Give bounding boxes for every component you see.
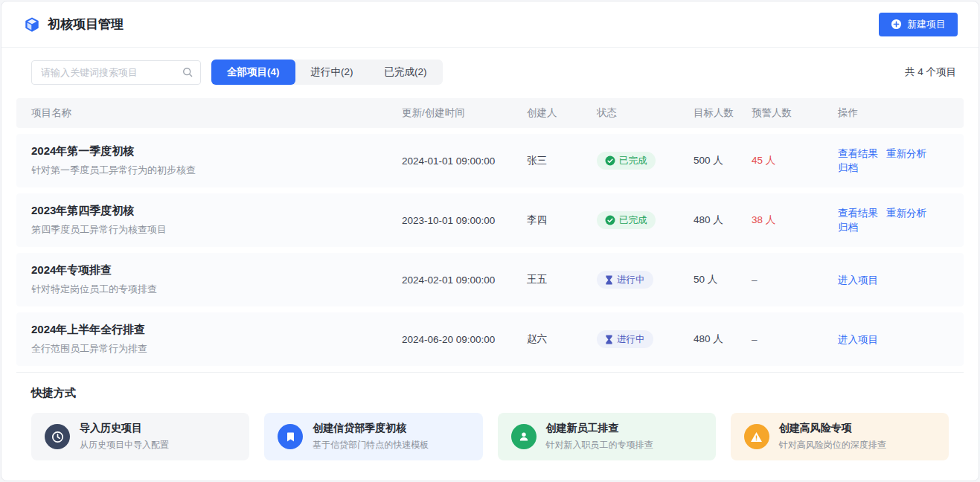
target-count: 480 人 bbox=[694, 213, 752, 227]
tab-completed[interactable]: 已完成(2) bbox=[369, 60, 443, 85]
project-name: 2023年第四季度初核 bbox=[31, 204, 402, 218]
project-time: 2024-06-20 09:00:00 bbox=[402, 334, 527, 345]
project-time: 2024-02-01 09:00:00 bbox=[402, 274, 527, 286]
status-label: 进行中 bbox=[617, 333, 645, 346]
project-time: 2024-01-01 09:00:00 bbox=[402, 155, 527, 167]
shortcut-high-risk-special[interactable]: 创建高风险专项 针对高风险岗位的深度排查 bbox=[731, 413, 949, 460]
plus-circle-icon bbox=[891, 19, 902, 30]
table-row: 2024年第一季度初核 针对第一季度员工异常行为的初步核查 2024-01-01… bbox=[16, 134, 964, 187]
shortcut-title: 创建信贷部季度初核 bbox=[313, 422, 429, 435]
warning-triangle-icon bbox=[744, 424, 769, 449]
archive-link[interactable]: 归档 bbox=[838, 222, 858, 233]
target-count: 480 人 bbox=[694, 332, 752, 346]
search-input[interactable] bbox=[31, 60, 201, 85]
toolbar: 全部项目(4) 进行中(2) 已完成(2) 共 4 个项目 bbox=[1, 48, 979, 95]
project-name: 2024年专项排查 bbox=[31, 263, 402, 277]
table-row: 2023年第四季度初核 第四季度员工异常行为核查项目 2023-10-01 09… bbox=[16, 193, 964, 247]
status-badge: 进行中 bbox=[597, 271, 653, 289]
project-name: 2024年上半年全行排查 bbox=[31, 323, 402, 337]
status-badge: 已完成 bbox=[597, 211, 656, 229]
table-row: 2024年专项排查 针对特定岗位员工的专项排查 2024-02-01 09:00… bbox=[16, 253, 964, 306]
project-creator: 赵六 bbox=[527, 332, 597, 346]
enter-project-link[interactable]: 进入项目 bbox=[838, 334, 878, 345]
shortcut-desc: 针对高风险岗位的深度排查 bbox=[779, 439, 886, 452]
target-count: 50 人 bbox=[694, 273, 752, 286]
clock-icon bbox=[45, 424, 70, 449]
project-desc: 针对第一季度员工异常行为的初步核查 bbox=[31, 164, 402, 177]
search-box bbox=[31, 60, 201, 85]
shortcut-new-employee-check[interactable]: 创建新员工排查 针对新入职员工的专项排查 bbox=[498, 413, 716, 460]
column-header-warning: 预警人数 bbox=[752, 106, 838, 120]
shortcut-desc: 基于信贷部门特点的快速模板 bbox=[313, 439, 429, 452]
table-row: 2024年上半年全行排查 全行范围员工异常行为排查 2024-06-20 09:… bbox=[16, 312, 964, 366]
column-header-creator: 创建人 bbox=[527, 106, 597, 120]
project-time: 2023-10-01 09:00:00 bbox=[402, 215, 527, 226]
tab-in-progress[interactable]: 进行中(2) bbox=[295, 60, 369, 85]
status-label: 已完成 bbox=[619, 155, 647, 167]
person-icon bbox=[511, 424, 537, 449]
project-name: 2024年第一季度初核 bbox=[31, 144, 402, 158]
page-title: 初核项目管理 bbox=[48, 16, 124, 33]
target-count: 500 人 bbox=[694, 154, 752, 167]
hourglass-icon bbox=[605, 335, 613, 344]
status-badge: 进行中 bbox=[597, 330, 653, 348]
project-desc: 全行范围员工异常行为排查 bbox=[31, 342, 402, 356]
project-creator: 李四 bbox=[527, 213, 597, 227]
view-results-link[interactable]: 查看结果 bbox=[838, 208, 878, 219]
project-management-page: 初核项目管理 新建项目 全部项目(4) 进行中(2) 已完成(2) 共 4 个项… bbox=[1, 1, 979, 481]
search-icon[interactable] bbox=[182, 66, 193, 81]
page-header: 初核项目管理 新建项目 bbox=[1, 1, 979, 48]
shortcut-credit-dept-review[interactable]: 创建信贷部季度初核 基于信贷部门特点的快速模板 bbox=[264, 413, 482, 460]
status-label: 已完成 bbox=[619, 214, 647, 227]
project-creator: 张三 bbox=[527, 154, 597, 167]
warning-count: – bbox=[752, 334, 838, 345]
table-header: 项目名称 更新/创建时间 创建人 状态 目标人数 预警人数 操作 bbox=[16, 98, 964, 128]
warning-count: – bbox=[752, 274, 838, 286]
check-circle-icon bbox=[605, 215, 615, 225]
new-project-button[interactable]: 新建项目 bbox=[879, 13, 958, 36]
shortcuts-section: 快捷方式 导入历史项目 从历史项目中导入配置 创建信贷部季度初核 基于信贷部门特… bbox=[16, 372, 964, 478]
view-results-link[interactable]: 查看结果 bbox=[838, 148, 878, 159]
column-header-time: 更新/创建时间 bbox=[402, 106, 527, 120]
archive-link[interactable]: 归档 bbox=[838, 162, 858, 173]
column-header-actions: 操作 bbox=[838, 106, 949, 120]
reanalyze-link[interactable]: 重新分析 bbox=[886, 148, 926, 159]
project-desc: 第四季度员工异常行为核查项目 bbox=[31, 223, 402, 237]
column-header-name: 项目名称 bbox=[31, 106, 402, 120]
new-project-label: 新建项目 bbox=[907, 18, 946, 31]
status-label: 进行中 bbox=[617, 274, 645, 286]
shortcut-title: 创建高风险专项 bbox=[779, 422, 886, 435]
shortcuts-title: 快捷方式 bbox=[31, 386, 956, 400]
cube-logo-icon bbox=[24, 16, 40, 33]
column-header-status: 状态 bbox=[597, 106, 694, 120]
hourglass-icon bbox=[605, 275, 613, 285]
tab-all-projects[interactable]: 全部项目(4) bbox=[211, 60, 295, 85]
check-circle-icon bbox=[605, 155, 615, 166]
shortcut-desc: 针对新入职员工的专项排查 bbox=[546, 439, 653, 452]
warning-count: 38 人 bbox=[752, 213, 838, 227]
project-count-text: 共 4 个项目 bbox=[905, 65, 956, 79]
column-header-target: 目标人数 bbox=[694, 106, 752, 120]
warning-count: 45 人 bbox=[752, 154, 838, 167]
shortcut-title: 创建新员工排查 bbox=[546, 422, 653, 435]
filter-tabs: 全部项目(4) 进行中(2) 已完成(2) bbox=[211, 60, 443, 85]
shortcut-title: 导入历史项目 bbox=[80, 422, 169, 435]
status-badge: 已完成 bbox=[597, 152, 656, 170]
enter-project-link[interactable]: 进入项目 bbox=[838, 274, 878, 286]
project-desc: 针对特定岗位员工的专项排查 bbox=[31, 283, 402, 296]
bookmark-icon bbox=[278, 424, 303, 449]
shortcut-import-history[interactable]: 导入历史项目 从历史项目中导入配置 bbox=[31, 413, 249, 460]
project-creator: 王五 bbox=[527, 273, 597, 286]
shortcut-desc: 从历史项目中导入配置 bbox=[80, 439, 169, 452]
reanalyze-link[interactable]: 重新分析 bbox=[886, 208, 926, 219]
